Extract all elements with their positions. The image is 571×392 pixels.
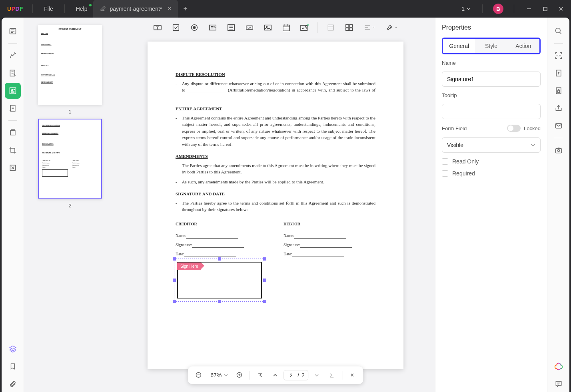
visibility-select[interactable]: Visible [442,137,541,153]
locked-toggle[interactable] [507,125,521,132]
svg-point-36 [557,149,559,151]
next-page-button[interactable] [310,368,323,382]
tab-order-tool[interactable] [341,20,357,36]
heading-dispute: DISPUTE RESOLUTION [176,71,375,78]
tooltip-input[interactable] [442,104,541,119]
listbox-tool[interactable] [223,20,239,36]
protect-button[interactable] [551,83,567,99]
menu-file[interactable]: File [38,0,59,18]
document-tab[interactable]: payment-agreement* × [93,0,178,18]
recognize-fields-tool[interactable] [323,20,339,36]
svg-rect-10 [173,25,179,31]
page-2: DISPUTE RESOLUTION -Any dispute or diffe… [148,42,403,369]
reader-mode-button[interactable] [5,23,21,39]
comment-button[interactable] [551,376,567,392]
thumbnail-number-2: 2 [68,203,71,209]
radio-tool[interactable] [186,20,202,36]
compress-button[interactable] [5,125,21,141]
zoom-dropdown[interactable]: 67% [207,372,231,378]
edit-mode-button[interactable] [5,65,21,81]
signature-tool[interactable] [297,20,313,36]
svg-rect-19 [283,25,289,31]
close-bottombar-button[interactable]: × [345,368,359,382]
last-page-button[interactable] [325,368,339,382]
locked-label: Locked [524,125,541,131]
document-viewport[interactable]: DISPUTE RESOLUTION -Any dispute or diffe… [116,38,435,392]
layers-button[interactable] [5,341,21,357]
signature-field-selected[interactable]: Sign Here [176,260,264,300]
formfield-label: Form Field [442,125,467,131]
right-sidebar: OCR [547,18,569,392]
tools-tool[interactable] [382,20,402,36]
menu-help[interactable]: Help [70,0,93,18]
divider [514,4,514,13]
readonly-checkbox[interactable]: Read Only [442,158,541,165]
svg-rect-24 [349,25,352,27]
chevron-down-icon [531,143,535,147]
svg-rect-26 [349,28,352,30]
share-button[interactable] [551,100,567,116]
tab-close-button[interactable]: × [166,5,173,12]
email-button[interactable] [551,118,567,134]
creditor-label: CREDITOR [176,221,268,227]
svg-rect-4 [11,89,12,90]
thumbnail-number-1: 1 [68,109,71,115]
svg-rect-6 [10,130,15,135]
app-logo: UPDF [3,6,27,12]
update-dot-icon [89,4,92,6]
text-field-tool[interactable] [150,20,166,36]
organize-mode-button[interactable] [5,100,21,116]
thumbnail-panel: PAYMENT AGREEMENT PARTIES AGREEMENT PAYM… [24,18,116,392]
page-number-input[interactable]: /2 [284,370,308,380]
minimize-button[interactable] [522,0,536,18]
watermark-button[interactable] [5,160,21,176]
add-tab-button[interactable]: + [178,5,194,13]
crop-button[interactable] [5,142,21,158]
attachment-button[interactable] [5,376,21,392]
button-tool[interactable]: OK [242,20,258,36]
image-field-tool[interactable] [260,20,276,36]
tab-action[interactable]: Action [507,39,539,53]
svg-rect-22 [328,25,333,30]
thumbnail-page-1[interactable]: PAYMENT AGREEMENT PARTIES AGREEMENT PAYM… [38,25,102,105]
svg-text:OK: OK [248,26,252,29]
checkbox-tool[interactable] [168,20,184,36]
thumbnail-page-2[interactable]: DISPUTE RESOLUTION ENTIRE AGREEMENT AMEN… [38,119,102,199]
close-button[interactable] [554,0,568,18]
bottom-toolbar: 67% /2 × [188,366,363,384]
view-count[interactable]: 1 [458,6,474,12]
dropdown-tool[interactable] [205,20,221,36]
ocr-button[interactable]: OCR [551,48,567,64]
properties-tabs: General Style Action [442,38,541,54]
svg-rect-35 [555,149,561,153]
svg-point-21 [307,24,309,26]
prev-page-button[interactable] [268,368,282,382]
zoom-out-button[interactable] [192,368,206,382]
search-button[interactable] [551,23,567,39]
user-avatar[interactable]: B [493,4,503,14]
chevron-down-icon [466,6,471,11]
properties-panel: Properties General Style Action Name Too… [435,18,547,392]
svg-rect-7 [11,130,14,131]
svg-point-29 [555,28,560,33]
screenshot-button[interactable] [551,142,567,158]
eraser-icon [100,6,106,12]
divider [482,4,483,13]
tab-general[interactable]: General [443,39,475,53]
convert-button[interactable] [551,65,567,81]
heading-entire: ENTIRE AGREEMENT [176,105,375,112]
date-field-tool[interactable] [278,20,294,36]
maximize-button[interactable] [538,0,552,18]
tab-style[interactable]: Style [475,39,507,53]
heading-signature: SIGNATURE AND DATE [176,191,375,197]
bookmark-button[interactable] [5,358,21,374]
form-mode-button[interactable] [5,83,21,99]
ai-button[interactable] [551,358,567,374]
name-input[interactable] [442,72,541,87]
zoom-in-button[interactable] [233,368,246,382]
align-tool[interactable] [359,20,379,36]
titlebar: UPDF File Help payment-agreement* × + 1 … [0,0,571,18]
comment-mode-button[interactable] [5,48,21,64]
first-page-button[interactable] [253,368,267,382]
required-checkbox[interactable]: Required [442,170,541,177]
